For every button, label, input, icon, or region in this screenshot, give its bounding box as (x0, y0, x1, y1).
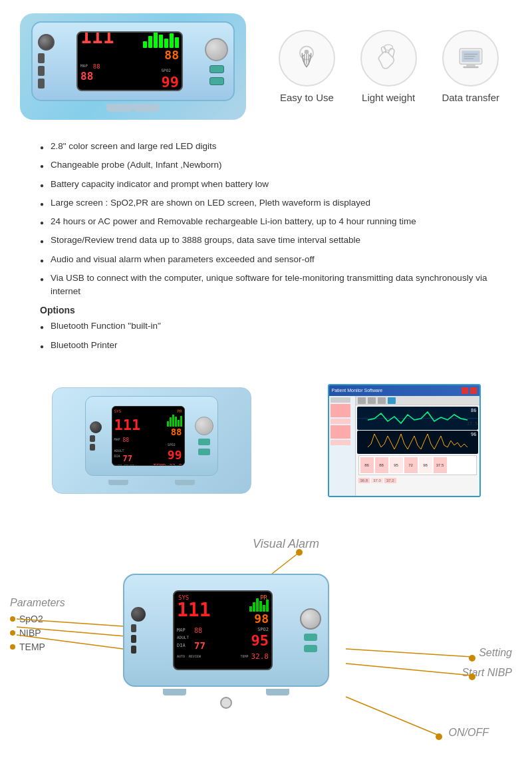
option-item-2: Bluetooth Printer (40, 339, 492, 352)
drs-numbers: 111 98 (174, 601, 271, 626)
diagram-left-panel (131, 607, 146, 654)
setting-label: Setting (479, 647, 512, 659)
sw-main: 86 96 86 88 95 72 98 37.5 (356, 396, 479, 496)
svg-rect-6 (466, 64, 475, 66)
feature-easy-to-use: Easy to Use (279, 30, 335, 103)
stand-leg-bottom-2 (266, 689, 289, 695)
bar-5 (263, 605, 265, 612)
diagram-device: SYS PR 111 98 (123, 574, 329, 687)
small-btn-1 (209, 65, 224, 73)
visual-alarm-dot (296, 549, 303, 556)
light-weight-label: Light weight (362, 92, 415, 103)
sw-titlebar: Patient Monitor Software (329, 385, 479, 396)
dia-row: DIA 77 (177, 640, 205, 651)
diagram-device-screen: SYS PR 111 98 (173, 590, 273, 670)
stand-leg-2 (133, 104, 160, 112)
software-screenshot: Patient Monitor Software (328, 384, 481, 497)
device-right-panel (205, 38, 228, 85)
diagram-port-3 (131, 646, 136, 654)
diagram-small-btn-2 (304, 645, 317, 652)
features-list-section: 2.8" color screen and large red LED digi… (0, 126, 532, 371)
options-title: Options (40, 305, 492, 315)
drs-spo2: SPO2 95 (251, 627, 269, 651)
feature-item-7: Audio and visual alarm when parameters e… (40, 253, 492, 266)
device-body: SYS PR 111 (31, 21, 235, 101)
computer-icon (454, 42, 487, 75)
port-3 (38, 79, 45, 89)
drs-bars (249, 601, 269, 612)
param-temp: TEMP (10, 642, 45, 652)
feature-item-2: Changeable probe (Adult, Infant ,Newborn… (40, 158, 492, 172)
sw-numbers: 86 88 95 72 98 37.5 (358, 455, 477, 475)
diagram-nav-btn (300, 608, 321, 630)
feature-item-1: 2.8" color screen and large red LED digi… (40, 140, 492, 153)
features-list: 2.8" color screen and large red LED digi… (40, 140, 492, 298)
drs-bottom: AUTO REVIEW TEMP 32.8 (174, 651, 271, 662)
setting-dot (469, 655, 475, 662)
device-placeholder: SYS PR 111 (20, 13, 246, 120)
options-list: Bluetooth Function "built-in" Bluetooth … (40, 319, 492, 352)
sw-chart-1: 86 (357, 407, 478, 430)
stand-leg-1 (106, 104, 133, 112)
feature-item-5: 24 hours or AC power and Removable recha… (40, 215, 492, 228)
features-icons: Easy to Use Light weight (259, 30, 512, 103)
middle-images-section: SYS PR 111 88 (0, 371, 532, 510)
param-temp-dot (10, 644, 15, 650)
diagram-port-2 (131, 635, 136, 643)
feature-item-6: Storage/Review trend data up to 3888 gro… (40, 234, 492, 247)
start-nibp-dot (469, 674, 475, 680)
knob-1 (38, 34, 55, 51)
param-spo2: SpO2 (10, 614, 45, 624)
diagram-device-wrapper: SYS PR 111 98 (123, 574, 329, 709)
hand-touch-icon (290, 42, 323, 75)
diagram-port-1 (131, 624, 136, 632)
sw-body: 86 96 86 88 95 72 98 37.5 (329, 396, 479, 496)
drs-sub: MAP 88 ADULT DIA 77 SPO2 95 (174, 627, 271, 651)
data-transfer-label: Data transfer (442, 92, 499, 103)
feature-data-transfer: Data transfer (442, 30, 499, 103)
top-section: SYS PR 111 (0, 0, 532, 126)
sw-chart-2: 96 (357, 431, 478, 454)
option-item-1: Bluetooth Function "built-in" (40, 319, 492, 333)
section-divider (0, 510, 532, 524)
device-left-panel (38, 34, 55, 89)
nav-btn (205, 38, 228, 61)
small-btn-2 (209, 77, 224, 85)
diagram-section: Visual Alarm Parameters SpO2 NIBP TEMP S… (0, 524, 532, 774)
bar-2 (253, 602, 255, 612)
device-screen: SYS PR 111 (76, 31, 183, 91)
hand-hold-icon (372, 42, 405, 75)
map-row: MAP 88 (177, 627, 205, 634)
sw-title-text: Patient Monitor Software (332, 388, 460, 393)
svg-line-17 (346, 697, 439, 735)
svg-line-16 (346, 664, 472, 676)
data-transfer-icon-circle (442, 30, 499, 87)
diagram-device-stand (123, 689, 329, 695)
onoff-dot (436, 733, 442, 740)
minimize-btn (462, 387, 468, 394)
port-1 (38, 53, 45, 63)
drs-map-section: MAP 88 ADULT DIA 77 (177, 627, 205, 651)
light-weight-icon-circle (360, 30, 417, 87)
bar-4 (259, 601, 262, 612)
feature-light-weight: Light weight (360, 30, 417, 103)
stand-leg-bottom-1 (163, 689, 186, 695)
feature-item-8: Via USB to connect with the computer, un… (40, 272, 492, 299)
bar-3 (256, 598, 259, 612)
device-image-small: SYS PR 111 88 (52, 387, 251, 494)
param-spo2-dot (10, 616, 15, 622)
diagram-bottom-btn (220, 697, 232, 709)
device-stand (106, 104, 160, 112)
svg-point-1 (305, 49, 309, 54)
easy-to-use-icon-circle (279, 30, 335, 87)
easy-to-use-label: Easy to Use (280, 92, 334, 103)
bar-1 (249, 606, 252, 612)
visual-alarm-label: Visual Alarm (253, 537, 319, 551)
diagram-knob (131, 607, 146, 622)
svg-line-15 (346, 649, 472, 657)
params-list: SpO2 NIBP TEMP (10, 614, 45, 652)
close-btn (470, 387, 477, 394)
sw-sidebar (329, 396, 356, 496)
param-nibp: NIBP (10, 628, 45, 638)
port-2 (38, 66, 45, 76)
